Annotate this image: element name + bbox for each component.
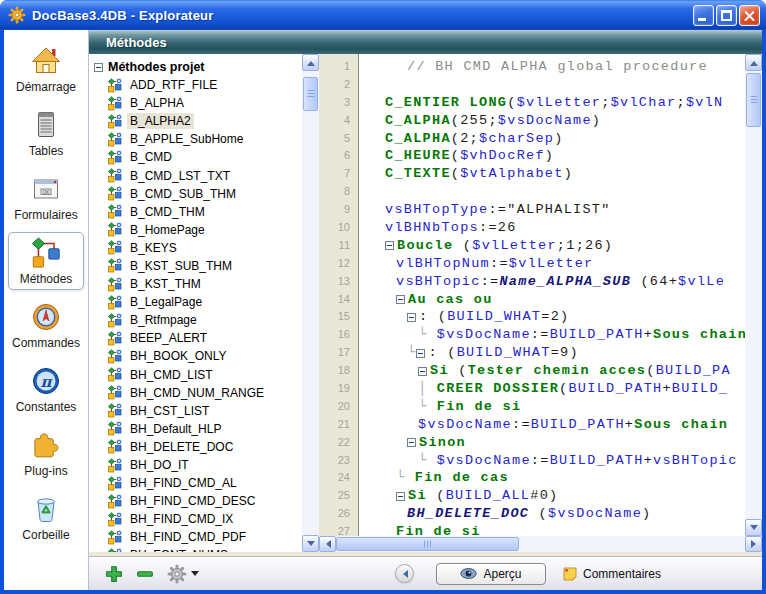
tree-item[interactable]: B_KST_SUB_THM [89, 257, 302, 275]
navigate-back-button[interactable] [395, 564, 414, 583]
code-line[interactable]: Au cas ou [385, 291, 745, 309]
tree-item[interactable]: BH_Default_HLP [89, 420, 302, 438]
tree-item[interactable]: BEEP_ALERT [89, 329, 302, 347]
editor-horizontal-scrollbar[interactable] [319, 536, 762, 552]
code-line[interactable]: C_ALPHA(2;$charSep) [385, 130, 745, 148]
tree-item[interactable]: B_Rtfmpage [89, 311, 302, 329]
tree-item[interactable]: BH_FIND_CMD_DESC [89, 492, 302, 510]
sidebar-item-constantes[interactable]: πConstantes [8, 360, 84, 418]
tree-root[interactable]: Méthodes projet [89, 58, 302, 76]
tree-item[interactable]: B_APPLE_SubHome [89, 130, 302, 148]
code-line[interactable]: $vsDocName:=BUILD_PATH+Sous chain [385, 416, 745, 434]
editor-vertical-scrollbar[interactable] [745, 54, 762, 536]
scrollbar-thumb[interactable] [336, 537, 519, 551]
scroll-down-button[interactable] [302, 535, 319, 552]
tree-item[interactable]: B_LegalPage [89, 293, 302, 311]
tree-item[interactable]: BH_FIND_CMD_PDF [89, 528, 302, 546]
scrollbar-thumb[interactable] [303, 77, 318, 111]
code-line[interactable]: BH_DELETE_DOC ($vsDocName) [385, 505, 745, 523]
sidebar-item-plugins[interactable]: Plug-ins [8, 424, 84, 482]
tree-item[interactable]: BH_BOOK_ONLY [89, 347, 302, 365]
close-button[interactable] [739, 5, 760, 26]
code-line[interactable] [385, 76, 745, 94]
collapse-icon[interactable] [94, 63, 103, 72]
sidebar-item-methodes[interactable]: Méthodes [8, 232, 84, 290]
add-method-button[interactable] [105, 565, 123, 583]
code-token: BUILD_PA [656, 362, 731, 380]
tree-item[interactable]: BH_FIND_CMD_AL [89, 474, 302, 492]
tree-item[interactable]: B_CMD [89, 148, 302, 166]
tree-item[interactable]: BH_CST_LIST [89, 402, 302, 420]
comments-button[interactable]: Commentaires [562, 566, 661, 582]
code-line[interactable]: └ Fin de cas [385, 469, 745, 487]
preview-button[interactable]: Aperçu [436, 563, 546, 585]
code-line[interactable] [385, 183, 745, 201]
code-line[interactable]: C_TEXTE($vtAlphabet) [385, 165, 745, 183]
tree-item[interactable]: BH_FIND_CMD_IX [89, 510, 302, 528]
code-area[interactable]: // BH CMD ALPHA global procedureC_ENTIER… [359, 54, 745, 536]
tree-item[interactable]: B_CMD_LST_TXT [89, 166, 302, 184]
code-line[interactable]: C_ENTIER LONG($vlLetter;$vlChar;$vlN [385, 94, 745, 112]
code-line[interactable]: vlBHNbTops:=26 [385, 219, 745, 237]
remove-method-button[interactable] [136, 565, 154, 583]
code-line[interactable]: C_HEURE($vhDocRef) [385, 147, 745, 165]
code-line[interactable]: Si (BUILD_ALL#0) [385, 487, 745, 505]
code-line[interactable]: Fin de si [385, 523, 745, 536]
tree-item[interactable]: B_KST_THM [89, 275, 302, 293]
code-line[interactable]: Sinon [385, 434, 745, 452]
collapse-icon[interactable] [385, 241, 394, 250]
tree-item[interactable]: B_CMD_SUB_THM [89, 185, 302, 203]
tree-item[interactable]: BH_CMD_LIST [89, 366, 302, 384]
code-line[interactable]: │ CREER DOSSIER(BUILD_PATH+BUILD_ [385, 380, 745, 398]
tree-item[interactable]: BH_DELETE_DOC [89, 438, 302, 456]
code-line[interactable]: vlBHTopNum:=$vlLetter [385, 255, 745, 273]
maximize-button[interactable] [716, 5, 737, 26]
code-line[interactable]: // BH CMD ALPHA global procedure [385, 58, 745, 76]
code-line[interactable]: Si (Tester chemin acces(BUILD_PA [385, 362, 745, 380]
scroll-up-button[interactable] [745, 54, 762, 71]
scroll-down-button[interactable] [745, 519, 762, 536]
tree-item[interactable]: BH_DO_IT [89, 456, 302, 474]
tree-item[interactable]: B_KEYS [89, 239, 302, 257]
gear-dropdown-arrow-icon[interactable] [191, 571, 199, 580]
code-line[interactable]: └ $vsDocName:=BUILD_PATH+Sous chain [385, 326, 745, 344]
code-line[interactable]: C_ALPHA(255;$vsDocName) [385, 112, 745, 130]
collapse-icon[interactable] [418, 367, 427, 376]
tree-item[interactable]: B_CMD_THM [89, 203, 302, 221]
code-token: $vlLetter [472, 237, 557, 255]
sidebar-item-commandes[interactable]: Commandes [8, 296, 84, 354]
sidebar-item-tables[interactable]: Tables [8, 104, 84, 162]
tree-vertical-scrollbar[interactable] [302, 54, 319, 552]
options-gear-button[interactable] [167, 564, 187, 584]
scrollbar-track[interactable] [336, 536, 745, 552]
collapse-icon[interactable] [407, 313, 416, 322]
scrollbar-track[interactable] [302, 71, 319, 535]
scroll-right-button[interactable] [745, 536, 762, 552]
code-line[interactable]: └ $vsDocName:=BUILD_PATH+vsBHTopic [385, 452, 745, 470]
collapse-icon[interactable] [396, 295, 405, 304]
tree-item[interactable]: BH_CMD_NUM_RANGE [89, 384, 302, 402]
collapse-icon[interactable] [396, 492, 405, 501]
sidebar-item-formulaires[interactable]: OKFormulaires [8, 168, 84, 226]
tree-item[interactable]: B_ALPHA [89, 94, 302, 112]
code-line[interactable]: vsBHTopic:=Name_ALPHA_SUB (64+$vlLe [385, 273, 745, 291]
tree-item[interactable]: ADD_RTF_FILE [89, 76, 302, 94]
tree-item[interactable]: B_HomePage [89, 221, 302, 239]
titlebar[interactable]: DocBase3.4DB - Explorateur [0, 0, 766, 30]
scrollbar-thumb[interactable] [746, 73, 761, 127]
code-line[interactable]: Boucle ($vlLetter;1;26) [385, 237, 745, 255]
sidebar-item-corbeille[interactable]: Corbeille [8, 488, 84, 546]
code-token: + [662, 380, 671, 398]
scroll-up-button[interactable] [302, 54, 319, 71]
code-line[interactable]: vsBHTopType:="ALPHALIST" [385, 201, 745, 219]
collapse-icon[interactable] [407, 438, 416, 447]
sidebar-item-demarrage[interactable]: Démarrage [8, 40, 84, 98]
code-line[interactable]: └: (BUILD_WHAT=9) [385, 344, 745, 362]
scrollbar-track[interactable] [745, 71, 762, 519]
tree-item[interactable]: B_ALPHA2 [89, 112, 302, 130]
minimize-button[interactable] [693, 5, 714, 26]
code-line[interactable]: └ Fin de si [385, 398, 745, 416]
collapse-icon[interactable] [416, 349, 425, 358]
scroll-left-button[interactable] [319, 536, 336, 552]
code-line[interactable]: : (BUILD_WHAT=2) [385, 308, 745, 326]
